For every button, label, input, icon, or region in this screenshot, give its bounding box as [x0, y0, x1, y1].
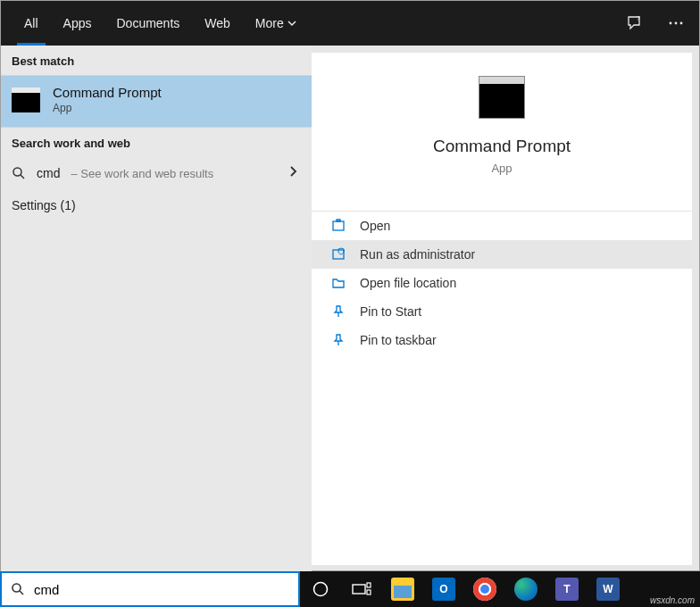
tab-all[interactable]: All	[12, 1, 51, 46]
web-search-result[interactable]: cmd – See work and web results	[1, 157, 312, 189]
search-window: All Apps Documents Web More ? Best match…	[0, 0, 700, 571]
action-pin-taskbar[interactable]: Pin to taskbar	[312, 326, 692, 354]
preview-title: Command Prompt	[433, 137, 571, 156]
settings-result[interactable]: Settings (1)	[1, 189, 312, 221]
task-view-button[interactable]	[341, 571, 382, 607]
outlook-icon: O	[432, 578, 455, 601]
word-icon: W	[596, 578, 620, 601]
svg-line-5	[21, 175, 24, 179]
settings-count: (1)	[60, 198, 75, 212]
outlook-button[interactable]: O	[423, 571, 464, 607]
svg-rect-12	[367, 583, 371, 587]
teams-icon: T	[555, 578, 579, 601]
cortana-button[interactable]	[300, 571, 341, 607]
chevron-down-icon	[288, 19, 296, 28]
more-options-icon[interactable]	[663, 11, 688, 36]
chrome-icon	[473, 578, 496, 601]
svg-point-4	[13, 168, 21, 176]
search-input[interactable]	[34, 582, 289, 597]
preview-subtitle: App	[491, 162, 512, 175]
tab-web[interactable]: Web	[192, 1, 243, 46]
tab-documents[interactable]: Documents	[104, 1, 192, 46]
svg-line-9	[20, 591, 23, 595]
folder-icon	[331, 276, 346, 290]
settings-label: Settings	[12, 198, 57, 212]
taskbar: O T W	[0, 571, 700, 607]
file-explorer-button[interactable]	[382, 571, 423, 607]
svg-point-2	[675, 22, 678, 25]
tab-more[interactable]: More	[243, 1, 309, 46]
web-hint-text: – See work and web results	[71, 167, 213, 180]
preview-pane: Command Prompt App Open Run as administr…	[312, 53, 692, 565]
admin-icon	[331, 247, 346, 262]
tab-apps[interactable]: Apps	[51, 1, 104, 46]
action-label: Run as administrator	[360, 247, 475, 262]
file-explorer-icon	[391, 578, 414, 601]
svg-point-3	[680, 22, 683, 25]
preview-actions: Open Run as administrator Open file loca…	[312, 211, 692, 354]
cortana-icon	[312, 580, 329, 598]
search-icon	[12, 166, 26, 180]
best-match-header: Best match	[1, 46, 312, 75]
best-match-title: Command Prompt	[53, 85, 162, 100]
action-open-location[interactable]: Open file location	[312, 269, 692, 297]
word-button[interactable]: W	[588, 571, 629, 607]
open-icon	[331, 219, 346, 233]
task-view-icon	[352, 581, 371, 597]
pin-icon	[331, 333, 346, 347]
teams-button[interactable]: T	[546, 571, 588, 607]
svg-rect-6	[333, 221, 344, 230]
web-query-text: cmd	[37, 166, 60, 180]
svg-point-10	[314, 583, 328, 596]
svg-point-8	[12, 584, 21, 592]
best-match-subtitle: App	[53, 102, 162, 114]
chevron-right-icon	[288, 165, 297, 181]
chrome-button[interactable]	[464, 571, 505, 607]
edge-button[interactable]	[505, 571, 546, 607]
action-open[interactable]: Open	[312, 212, 692, 240]
tab-more-label: More	[255, 16, 284, 30]
svg-rect-11	[353, 585, 365, 594]
svg-rect-13	[367, 590, 371, 595]
preview-app-icon	[477, 74, 527, 121]
action-label: Open	[360, 219, 390, 233]
action-run-as-admin[interactable]: Run as administrator	[312, 240, 692, 269]
svg-text:?: ?	[637, 15, 640, 21]
command-prompt-icon	[12, 87, 40, 112]
search-web-header: Search work and web	[1, 128, 312, 157]
filter-tabs: All Apps Documents Web More ?	[1, 1, 699, 46]
search-box[interactable]	[0, 571, 300, 607]
search-icon	[11, 582, 25, 596]
svg-point-1	[670, 22, 672, 25]
action-pin-start[interactable]: Pin to Start	[312, 297, 692, 326]
best-match-result[interactable]: Command Prompt App	[1, 75, 312, 128]
action-label: Pin to taskbar	[360, 333, 437, 347]
edge-icon	[514, 578, 538, 601]
results-pane: Best match Command Prompt App Search wor…	[1, 46, 312, 572]
action-label: Pin to Start	[360, 304, 421, 319]
action-label: Open file location	[360, 276, 456, 290]
pin-icon	[331, 304, 346, 319]
feedback-icon[interactable]: ?	[622, 11, 647, 36]
